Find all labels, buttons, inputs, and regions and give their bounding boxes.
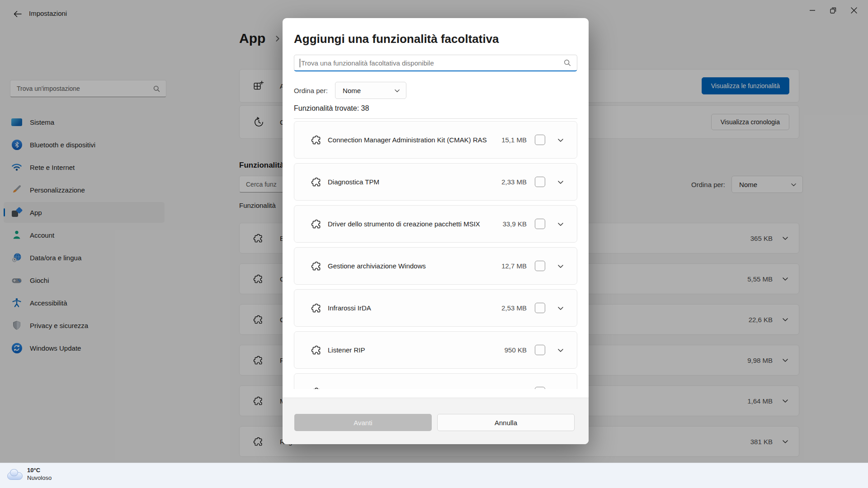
next-button[interactable]: Avanti <box>294 414 432 431</box>
feature-checkbox[interactable] <box>535 177 545 187</box>
feature-name: Listener RIP <box>328 346 496 355</box>
feature-size: 178 KB <box>505 388 527 389</box>
weather-temperature: 10°C <box>27 466 52 474</box>
optional-feature-row[interactable]: Gestione archiviazione Windows 12,7 MB <box>294 247 577 285</box>
dialog-search-input[interactable]: Trova una funzionalità facoltativa dispo… <box>294 55 577 71</box>
sort-value: Nome <box>343 87 361 94</box>
feature-checkbox[interactable] <box>535 387 545 389</box>
dialog-sort-control: Ordina per: Nome <box>294 82 406 99</box>
puzzle-icon <box>311 218 322 230</box>
chevron-down-icon[interactable] <box>557 221 564 228</box>
feature-name: Infrarossi IrDA <box>328 304 496 313</box>
feature-checkbox[interactable] <box>535 345 545 355</box>
feature-checkbox[interactable] <box>535 135 545 145</box>
puzzle-icon <box>311 344 322 356</box>
optional-features-list[interactable]: Connection Manager Administration Kit (C… <box>294 121 577 389</box>
chevron-down-icon[interactable] <box>557 136 564 144</box>
optional-feature-row[interactable]: Connection Manager Administration Kit (C… <box>294 121 577 159</box>
dialog-title: Aggiungi una funzionalità facoltativa <box>294 32 499 46</box>
dialog-footer: Avanti Annulla <box>283 398 589 444</box>
feature-name: Microsoft WebDriver <box>328 388 496 389</box>
chevron-down-icon <box>394 87 401 94</box>
cancel-button[interactable]: Annulla <box>437 414 575 431</box>
optional-feature-row[interactable]: Infrarossi IrDA 2,53 MB <box>294 289 577 327</box>
feature-checkbox[interactable] <box>535 303 545 313</box>
feature-size: 2,53 MB <box>501 304 527 312</box>
cloud-icon <box>6 469 23 479</box>
feature-name: Diagnostica TPM <box>328 178 496 187</box>
puzzle-icon <box>311 386 322 389</box>
feature-size: 12,7 MB <box>501 262 527 270</box>
taskbar: 10°C Nuvoloso <box>0 463 868 488</box>
weather-condition: Nuvoloso <box>27 474 52 482</box>
feature-size: 2,33 MB <box>501 178 527 186</box>
optional-feature-row[interactable]: Listener RIP 950 KB <box>294 331 577 369</box>
feature-size: 15,1 MB <box>501 136 527 144</box>
puzzle-icon <box>311 260 322 272</box>
optional-feature-row[interactable]: Microsoft WebDriver 178 KB <box>294 373 577 389</box>
feature-checkbox[interactable] <box>535 261 545 271</box>
add-optional-feature-dialog: Aggiungi una funzionalità facoltativa Tr… <box>283 18 589 444</box>
feature-name: Connection Manager Administration Kit (C… <box>328 136 496 145</box>
dialog-sort-dropdown[interactable]: Nome <box>335 82 406 99</box>
chevron-down-icon[interactable] <box>557 389 564 389</box>
chevron-down-icon[interactable] <box>557 305 564 312</box>
dialog-search-placeholder: Trova una funzionalità facoltativa dispo… <box>301 59 563 67</box>
puzzle-icon <box>311 302 322 314</box>
results-count: Funzionalità trovate: 38 <box>294 104 369 113</box>
chevron-down-icon[interactable] <box>557 263 564 270</box>
divider <box>294 118 577 119</box>
text-cursor <box>300 59 300 67</box>
puzzle-icon <box>311 176 322 188</box>
chevron-down-icon[interactable] <box>557 178 564 186</box>
feature-size: 950 KB <box>505 346 527 354</box>
feature-checkbox[interactable] <box>535 219 545 229</box>
weather-widget[interactable]: 10°C Nuvoloso <box>6 466 52 482</box>
chevron-down-icon[interactable] <box>557 347 564 354</box>
puzzle-icon <box>311 134 322 146</box>
optional-feature-row[interactable]: Diagnostica TPM 2,33 MB <box>294 163 577 201</box>
search-icon <box>563 59 571 67</box>
feature-name: Gestione archiviazione Windows <box>328 262 496 271</box>
feature-size: 33,9 KB <box>503 220 527 228</box>
sort-label: Ordina per: <box>294 87 328 94</box>
optional-feature-row[interactable]: Driver dello strumento di creazione pacc… <box>294 205 577 243</box>
feature-name: Driver dello strumento di creazione pacc… <box>328 220 496 229</box>
